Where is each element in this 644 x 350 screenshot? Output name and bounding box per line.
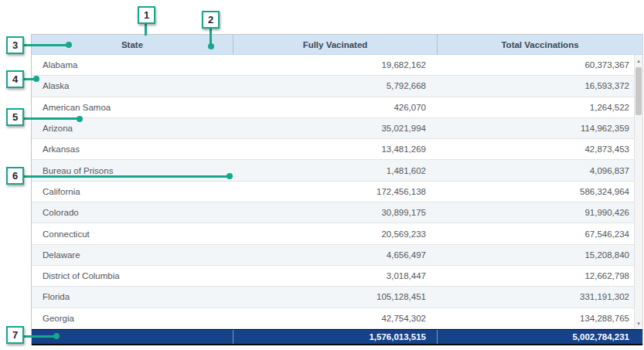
state-cell: Alaska [32,76,233,96]
state-cell: Alabama [32,55,233,75]
vaccinations-table: State Fully Vacinated Total Vaccinations… [31,34,643,345]
totals-state-cell [32,330,233,344]
totals-row: 1,576,013,515 5,002,784,231 [32,329,642,345]
table-body: Alabama 19,682,162 60,373,367 Alaska 5,7… [32,55,642,329]
table-row[interactable]: Bureau of Prisons 1,481,602 4,096,837 [32,160,642,181]
total-vaccinations-cell: 12,662,798 [437,266,642,286]
vertical-scrollbar[interactable]: ▲ ▼ [634,55,642,329]
callout-1-line [145,24,147,36]
state-cell: American Samoa [32,97,233,117]
callout-4-dot [33,76,39,82]
total-vaccinations-cell: 134,288,765 [437,308,642,328]
table-row[interactable]: Alaska 5,792,668 16,593,372 [32,76,642,97]
state-cell: District of Columbia [32,266,233,286]
vaccination-table-screenshot: State Fully Vacinated Total Vaccinations… [0,0,644,350]
total-vaccinations-cell: 60,373,367 [437,55,642,75]
fully-vaccinated-cell: 35,021,994 [233,118,437,138]
table-row[interactable]: Colorado 30,899,175 91,990,426 [32,202,642,223]
fully-vaccinated-cell: 426,070 [233,97,437,117]
callout-5-dot [77,116,83,122]
fully-vaccinated-cell: 30,899,175 [233,202,437,223]
totals-fully-vaccinated-cell: 1,576,013,515 [233,330,437,344]
fully-vaccinated-cell: 5,792,668 [233,76,437,96]
callout-2-badge: 2 [202,11,220,29]
total-vaccinations-cell: 16,593,372 [437,76,642,96]
state-cell: Georgia [32,308,233,328]
state-cell: Arkansas [32,139,233,159]
fully-vaccinated-cell: 3,018,447 [233,266,437,286]
table-row[interactable]: American Samoa 426,070 1,264,522 [32,97,642,118]
callout-3-line [23,44,68,46]
fully-vaccinated-cell: 105,128,451 [233,287,437,307]
state-cell: Colorado [32,202,233,223]
callout-6-badge: 6 [6,167,24,185]
scrollbar-thumb[interactable] [635,67,642,115]
table-row[interactable]: Georgia 42,754,302 134,288,765 [32,308,642,329]
callout-7-line [23,335,56,338]
scroll-down-icon[interactable]: ▼ [635,318,642,329]
state-cell: Florida [32,287,233,307]
total-vaccinations-cell: 114,962,359 [437,118,642,138]
column-header-total-vaccinations[interactable]: Total Vaccinations [437,35,642,54]
callout-6-line [23,175,229,178]
fully-vaccinated-cell: 19,682,162 [233,55,437,75]
fully-vaccinated-cell: 13,481,269 [233,139,437,159]
totals-total-vaccinations-cell: 5,002,784,231 [437,330,642,344]
scroll-up-icon[interactable]: ▲ [635,55,642,66]
table-row[interactable]: Alabama 19,682,162 60,373,367 [32,55,642,76]
callout-1-badge: 1 [138,6,155,24]
callout-5-badge: 5 [6,108,24,126]
total-vaccinations-cell: 42,873,453 [437,139,642,159]
fully-vaccinated-cell: 1,481,602 [233,160,437,180]
table-row[interactable]: Delaware 4,656,497 15,208,840 [32,245,642,266]
state-cell: California [32,182,233,202]
table-row[interactable]: Arizona 35,021,994 114,962,359 [32,118,642,139]
fully-vaccinated-cell: 42,754,302 [233,308,437,328]
state-cell: Arizona [32,118,233,138]
table-header-row: State Fully Vacinated Total Vaccinations [32,35,642,55]
table-row[interactable]: California 172,456,138 586,324,964 [32,182,642,202]
callout-6-dot [227,173,233,179]
total-vaccinations-cell: 4,096,837 [437,160,642,180]
callout-4-badge: 4 [6,70,24,88]
table-row[interactable]: Florida 105,128,451 331,191,302 [32,287,642,308]
total-vaccinations-cell: 91,990,426 [437,202,642,223]
total-vaccinations-cell: 15,208,840 [437,245,642,265]
callout-7-dot [53,333,60,339]
fully-vaccinated-cell: 20,569,233 [233,223,437,243]
callout-7-badge: 7 [6,326,24,344]
column-header-fully-vaccinated[interactable]: Fully Vacinated [233,35,437,54]
total-vaccinations-cell: 1,264,522 [437,97,642,117]
table-row[interactable]: Arkansas 13,481,269 42,873,453 [32,139,642,160]
callout-3-badge: 3 [6,36,24,54]
callout-2-dot [208,43,214,49]
total-vaccinations-cell: 67,546,234 [437,223,642,243]
total-vaccinations-cell: 331,191,302 [437,287,642,307]
fully-vaccinated-cell: 4,656,497 [233,245,437,265]
fully-vaccinated-cell: 172,456,138 [233,182,437,202]
total-vaccinations-cell: 586,324,964 [437,182,642,202]
state-cell: Connecticut [32,223,233,243]
table-row[interactable]: District of Columbia 3,018,447 12,662,79… [32,266,642,287]
table-row[interactable]: Connecticut 20,569,233 67,546,234 [32,223,642,244]
callout-3-dot [66,42,72,48]
callout-5-line [23,117,79,120]
state-cell: Delaware [32,245,233,265]
